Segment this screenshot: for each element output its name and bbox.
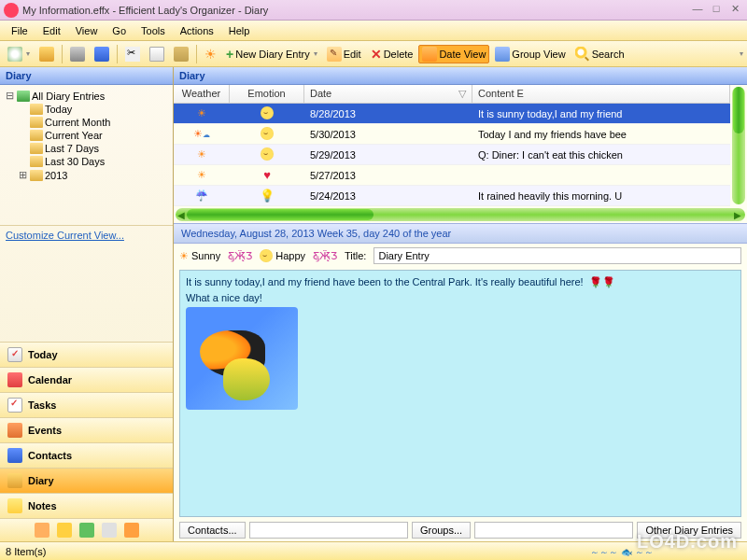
nav-calendar[interactable]: Calendar xyxy=(0,367,173,392)
date-view-icon xyxy=(422,47,437,62)
emotion-meta[interactable]: Happy xyxy=(260,249,305,262)
table-row[interactable]: ☀☁ 5/30/2013 Today I and my friends have… xyxy=(174,124,730,145)
menu-actions[interactable]: Actions xyxy=(173,23,221,38)
customize-view-link[interactable]: Customize Current View... xyxy=(0,225,173,245)
scroll-right-icon[interactable]: ▶ xyxy=(734,210,743,219)
cut-icon xyxy=(125,47,140,62)
sun-icon: ☀ xyxy=(179,250,189,262)
edit-button[interactable]: Edit xyxy=(323,45,365,63)
menu-tools[interactable]: Tools xyxy=(134,23,173,38)
col-date[interactable]: Date ▽ xyxy=(304,85,472,103)
contacts-button[interactable]: Contacts... xyxy=(179,522,246,539)
groups-field[interactable] xyxy=(474,522,633,539)
group-view-button[interactable]: Group View xyxy=(491,45,569,63)
tree-root[interactable]: ⊟All Diary Entries xyxy=(2,89,171,103)
scroll-thumb[interactable] xyxy=(187,209,374,220)
globe-icon[interactable] xyxy=(79,523,94,538)
grid-body: ☀ 8/28/2013 It is sunny today,I and my f… xyxy=(174,104,730,206)
tree-today[interactable]: Today xyxy=(15,103,171,116)
table-row[interactable]: ☀ 8/28/2013 It is sunny today,I and my f… xyxy=(174,104,730,124)
copy-button[interactable] xyxy=(146,45,168,63)
sidebar-header: Diary xyxy=(0,67,173,85)
expand-icon[interactable]: ⊞ xyxy=(17,169,28,181)
sort-icon: ▽ xyxy=(458,88,466,100)
overflow-icon[interactable]: ▾ xyxy=(740,49,743,58)
diary-icon xyxy=(7,473,22,488)
table-row[interactable]: ☀ 5/29/2013 Q: Diner: I can't eat this c… xyxy=(174,145,730,165)
search-small-icon[interactable] xyxy=(102,523,117,538)
tree-current-year[interactable]: Current Year xyxy=(15,129,171,142)
tree-label: Today xyxy=(45,104,72,115)
grid-header: Diary xyxy=(174,67,747,85)
col-emotion[interactable]: Emotion xyxy=(230,85,304,103)
edit-label: Edit xyxy=(344,49,361,60)
menu-help[interactable]: Help xyxy=(221,23,258,38)
scroll-thumb[interactable] xyxy=(733,87,744,133)
tree-last-30[interactable]: Last 30 Days xyxy=(15,155,171,168)
tree-2013[interactable]: ⊞2013 xyxy=(15,168,171,182)
diary-tree: ⊟All Diary Entries Today Current Month C… xyxy=(0,85,173,225)
small-icon-5[interactable] xyxy=(124,523,139,538)
nav-notes[interactable]: Notes xyxy=(0,493,173,518)
contacts-field[interactable] xyxy=(249,522,408,539)
content-area: Diary Weather Emotion Date ▽ Content E ☀… xyxy=(174,67,747,541)
nav-events[interactable]: Events xyxy=(0,417,173,442)
minimize-button[interactable]: — xyxy=(689,3,706,18)
nav-contacts[interactable]: Contacts xyxy=(0,442,173,468)
print-button[interactable] xyxy=(66,45,89,63)
search-icon xyxy=(575,47,590,62)
tree-last-7[interactable]: Last 7 Days xyxy=(15,142,171,155)
diary-editor[interactable]: It is sunny today,I and my friend have b… xyxy=(179,270,741,517)
delete-button[interactable]: ✕Delete xyxy=(367,45,417,63)
weather-meta[interactable]: ☀Sunny xyxy=(179,250,220,262)
open-button[interactable] xyxy=(35,45,58,63)
content-cell: Q: Diner: I can't eat this chicken xyxy=(472,147,730,162)
menu-file[interactable]: File xyxy=(4,23,35,38)
decorative-wave: ～～～ 🐟 ～～ xyxy=(590,546,654,559)
rose-icon: 🌹🌹 xyxy=(589,276,615,288)
other-entries-button[interactable]: Other Diary Entries xyxy=(637,522,741,539)
col-weather[interactable]: Weather xyxy=(174,85,230,103)
weather-cell: ☀ xyxy=(174,147,230,162)
date-view-button[interactable]: Date View xyxy=(418,45,489,63)
tree-label: Last 7 Days xyxy=(45,143,99,154)
menu-view[interactable]: View xyxy=(68,23,106,38)
nav-diary[interactable]: Diary xyxy=(0,468,173,493)
vertical-scrollbar[interactable] xyxy=(732,87,745,204)
sun-button[interactable]: ☀ xyxy=(201,45,220,63)
weather-cell: ☀☁ xyxy=(174,126,230,142)
menu-go[interactable]: Go xyxy=(105,23,134,38)
folder-icon xyxy=(30,156,43,167)
search-button[interactable]: Search xyxy=(571,45,628,63)
tree-current-month[interactable]: Current Month xyxy=(15,116,171,129)
menu-edit[interactable]: Edit xyxy=(35,23,68,38)
nav-today[interactable]: Today xyxy=(0,342,173,367)
paste-button[interactable] xyxy=(170,45,192,63)
notes-icon xyxy=(7,498,22,513)
small-icon-1[interactable] xyxy=(35,523,49,538)
close-button[interactable]: ✕ xyxy=(726,3,743,18)
table-row[interactable]: ☀ ♥ 5/27/2013 xyxy=(174,165,730,186)
chevron-down-icon: ▾ xyxy=(314,49,317,58)
title-input[interactable] xyxy=(374,247,741,264)
new-entry-button[interactable]: +New Diary Entry▾ xyxy=(222,45,321,63)
col-content[interactable]: Content E xyxy=(472,85,730,103)
groups-button[interactable]: Groups... xyxy=(412,522,471,539)
nav-tasks[interactable]: Tasks xyxy=(0,392,173,417)
nav-label: Today xyxy=(28,349,58,360)
save-button[interactable] xyxy=(91,45,113,63)
collapse-icon[interactable]: ⊟ xyxy=(4,90,15,102)
print-icon xyxy=(70,47,85,62)
nav-label: Calendar xyxy=(28,374,72,385)
horizontal-scrollbar[interactable]: ◀ ▶ xyxy=(176,208,745,221)
editor-line-1: It is sunny today,I and my friend have b… xyxy=(186,276,735,288)
table-row[interactable]: ☔ 💡 5/24/2013 It rained heavily this mor… xyxy=(174,186,730,206)
grid-wrap: Weather Emotion Date ▽ Content E ☀ 8/28/… xyxy=(174,85,747,206)
folder-icon xyxy=(30,117,43,128)
cut-button[interactable] xyxy=(121,45,144,63)
maximize-button[interactable]: □ xyxy=(708,3,725,18)
scroll-left-icon[interactable]: ◀ xyxy=(177,210,187,219)
new-button[interactable]: ▾ xyxy=(4,45,34,63)
edit-icon xyxy=(327,47,342,62)
key-icon[interactable] xyxy=(57,523,72,538)
